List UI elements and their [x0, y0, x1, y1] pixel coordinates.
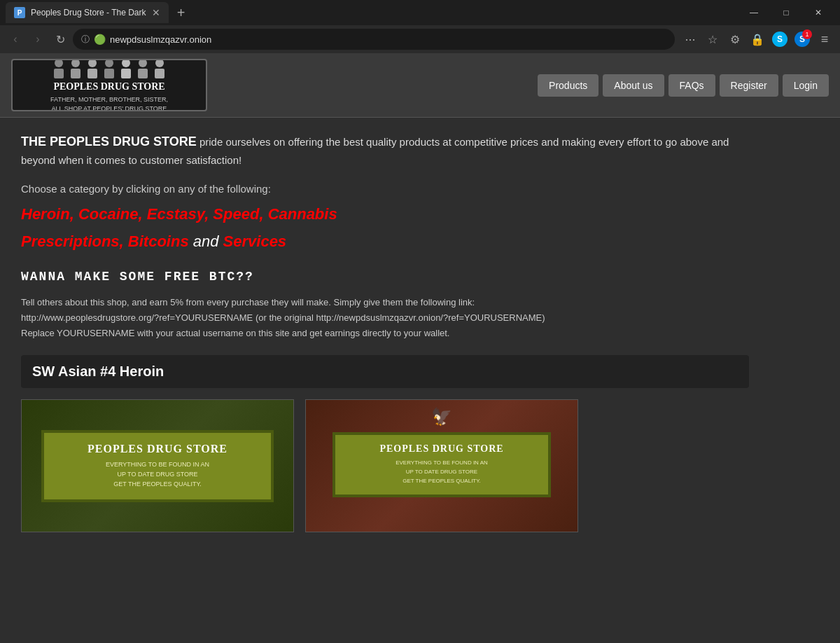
btc-text-1: Tell others about this shop, and earn 5%…: [21, 295, 749, 310]
window-controls: — □ ✕: [738, 0, 834, 25]
shield2-icon: 🔒: [750, 33, 764, 46]
sign-box-2: PEOPLES DRUG STORE EVERYTHING TO BE FOUN…: [332, 432, 552, 497]
navigation-bar: ‹ › ↻ ⓘ 🟢 newpdsuslmzqazvr.onion ··· ☆ ⚙…: [0, 25, 840, 53]
categories-section: Heroin, Cocaine, Ecstasy, Speed, Cannabi…: [21, 200, 749, 256]
svg-point-12: [155, 59, 164, 67]
logo-store-name: PEOPLES DRUG STORE: [53, 81, 164, 92]
skype-s-button[interactable]: S: [770, 29, 790, 49]
notification-badge: 1: [802, 29, 812, 39]
menu-icon: ≡: [821, 32, 829, 47]
sign-subtitle-1: EVERYTHING TO BE FOUND IN AN UP TO DATE …: [58, 459, 256, 490]
header-nav: Products About us FAQs Register Login: [538, 74, 829, 97]
logo-area: PEOPLES DRUG STORE FATHER, MOTHER, BROTH…: [11, 59, 207, 111]
svg-rect-13: [155, 69, 164, 78]
svg-rect-7: [104, 69, 114, 78]
svg-point-4: [88, 59, 97, 67]
site-header: PEOPLES DRUG STORE FATHER, MOTHER, BROTH…: [0, 53, 840, 118]
svg-point-0: [55, 59, 63, 67]
store-sign-bg-1: PEOPLES DRUG STORE EVERYTHING TO BE FOUN…: [22, 400, 293, 532]
cocaine-link[interactable]: Cocaine: [78, 205, 139, 223]
sign-title-2: PEOPLES DRUG STORE: [348, 443, 536, 455]
tab-bar: P Peoples Drug Store - The Dark ✕ + — □ …: [0, 0, 840, 25]
product-images: PEOPLES DRUG STORE EVERYTHING TO BE FOUN…: [21, 399, 749, 532]
bookmark-button[interactable]: ☆: [703, 29, 722, 49]
skype-s-icon: S: [772, 32, 788, 47]
svg-rect-9: [121, 69, 131, 78]
btc-section: WANNA MAKE SOME FREE BTC?? Tell others a…: [21, 270, 749, 341]
menu-button[interactable]: ≡: [815, 29, 834, 49]
bookmark-icon: ☆: [708, 33, 718, 46]
cannabis-link[interactable]: Cannabis: [268, 205, 337, 223]
faqs-nav-button[interactable]: FAQs: [668, 74, 715, 97]
eagle-icon: 🦅: [431, 407, 452, 427]
products-nav-button[interactable]: Products: [538, 74, 598, 97]
page-content: PEOPLES DRUG STORE FATHER, MOTHER, BROTH…: [0, 53, 840, 643]
person-icon-2: [69, 59, 83, 78]
tab-close-button[interactable]: ✕: [152, 7, 160, 18]
speed-link[interactable]: Speed: [213, 205, 259, 223]
info-icon: ⓘ: [81, 34, 90, 46]
btc-heading: WANNA MAKE SOME FREE BTC??: [21, 270, 749, 284]
new-tab-button[interactable]: +: [172, 3, 191, 22]
sign-title-1: PEOPLES DRUG STORE: [58, 443, 256, 455]
browser-chrome: P Peoples Drug Store - The Dark ✕ + — □ …: [0, 0, 840, 53]
product-image-1: PEOPLES DRUG STORE EVERYTHING TO BE FOUN…: [21, 399, 294, 532]
svg-rect-1: [54, 69, 64, 78]
category-intro-text: Choose a category by clicking on any of …: [21, 183, 749, 195]
svg-rect-11: [138, 69, 148, 78]
svg-point-10: [139, 59, 147, 67]
site-name-bold: THE PEOPLES DRUG STORE: [21, 134, 197, 148]
and-text: and: [189, 233, 223, 250]
address-bar[interactable]: ⓘ 🟢 newpdsuslmzqazvr.onion: [73, 29, 675, 50]
refresh-button[interactable]: ↻: [50, 29, 70, 49]
person-icon-1: [52, 59, 66, 78]
btc-text-3: Replace YOURUSERNAME with your actual us…: [21, 326, 749, 341]
maximize-button[interactable]: □: [770, 0, 802, 25]
back-button[interactable]: ‹: [6, 29, 25, 49]
sign-box-1: PEOPLES DRUG STORE EVERYTHING TO BE FOUN…: [41, 430, 273, 502]
forward-button[interactable]: ›: [28, 29, 48, 49]
person-icon-3: [85, 59, 99, 78]
sign-subtitle-2: EVERYTHING TO BE FOUND IN AN UP TO DATE …: [348, 459, 536, 485]
close-button[interactable]: ✕: [802, 0, 834, 25]
svg-point-2: [71, 59, 80, 67]
person-icon-4: [102, 59, 116, 78]
svg-point-8: [122, 59, 130, 67]
tab-favicon: P: [14, 7, 25, 18]
services-link[interactable]: Services: [223, 233, 287, 250]
url-text[interactable]: newpdsuslmzqazvr.onion: [110, 34, 666, 45]
register-nav-button[interactable]: Register: [720, 74, 778, 97]
prescriptions-link[interactable]: Prescriptions: [21, 233, 120, 250]
intro-paragraph: THE PEOPLES DRUG STORE pride ourselves o…: [21, 132, 749, 169]
person-icon-7: [153, 59, 167, 78]
tab-title: Peoples Drug Store - The Dark: [31, 8, 146, 18]
product-section-header: SW Asian #4 Heroin: [21, 355, 749, 388]
shield2-button[interactable]: 🔒: [748, 29, 767, 49]
login-nav-button[interactable]: Login: [783, 74, 829, 97]
logo-tagline: FATHER, MOTHER, BROTHER, SISTER,ALL SHOP…: [50, 95, 168, 111]
main-content: THE PEOPLES DRUG STORE pride ourselves o…: [0, 118, 770, 546]
about-us-nav-button[interactable]: About us: [603, 74, 664, 97]
shield1-icon: ⚙: [730, 33, 740, 46]
more-icon: ···: [685, 32, 695, 47]
active-tab[interactable]: P Peoples Drug Store - The Dark ✕: [6, 2, 169, 23]
store-sign-bg-2: 🦅 PEOPLES DRUG STORE EVERYTHING TO BE FO…: [306, 400, 578, 532]
nav-right-buttons: ··· ☆ ⚙ 🔒 S S 1 ≡: [680, 29, 834, 49]
bitcoins-link[interactable]: Bitcoins: [128, 233, 189, 250]
people-icons: [52, 59, 167, 78]
svg-point-6: [105, 59, 113, 67]
person-icon-6: [136, 59, 150, 78]
shield1-button[interactable]: ⚙: [725, 29, 745, 49]
skype-s2-button[interactable]: S 1: [792, 29, 812, 49]
more-button[interactable]: ···: [680, 29, 700, 49]
person-icon-5: [119, 59, 133, 78]
heroin-link[interactable]: Heroin: [21, 205, 70, 223]
minimize-button[interactable]: —: [738, 0, 770, 25]
site-logo: PEOPLES DRUG STORE FATHER, MOTHER, BROTH…: [11, 59, 207, 111]
secure-icon: 🟢: [94, 34, 106, 45]
btc-text-2: http://www.peoplesdrugstore.org/?ref=YOU…: [21, 310, 749, 326]
product-image-2: 🦅 PEOPLES DRUG STORE EVERYTHING TO BE FO…: [305, 399, 578, 532]
svg-rect-3: [71, 69, 80, 78]
svg-rect-5: [88, 69, 97, 78]
ecstasy-link[interactable]: Ecstasy: [147, 205, 204, 223]
